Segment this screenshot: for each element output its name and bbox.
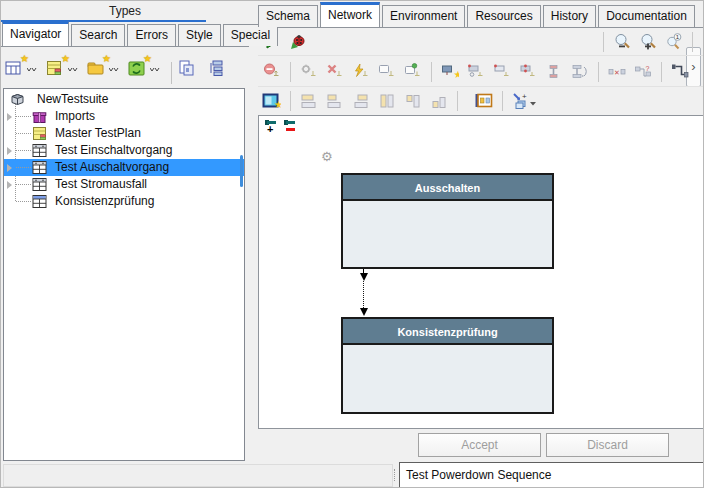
state-variant-b-button[interactable]	[492, 62, 511, 81]
box-green-dot-icon	[404, 63, 421, 80]
lightning-node-icon	[352, 63, 369, 80]
insert-settings-node-button[interactable]	[299, 62, 318, 81]
accept-button[interactable]: Accept	[418, 433, 541, 457]
add-point-icon[interactable]: +	[265, 119, 280, 135]
tab-network[interactable]: Network	[320, 2, 380, 27]
distribute-button[interactable]	[474, 92, 493, 111]
expander-icon[interactable]	[7, 147, 12, 155]
tree-row-master-testplan[interactable]: Master TestPlan	[4, 125, 244, 142]
tree-scrollbar-thumb[interactable]	[240, 155, 243, 187]
zoom-100-button[interactable]: 1	[664, 32, 683, 51]
state-title[interactable]: Ausschalten	[343, 175, 552, 201]
toolbar-separator	[603, 32, 604, 52]
insert-final-state-button[interactable]	[403, 62, 422, 81]
transition-direction-button[interactable]	[570, 62, 589, 81]
tab-errors[interactable]: Errors	[127, 24, 176, 46]
tree-row-konsistenzpruefung[interactable]: Konsistenzprüfung	[4, 193, 244, 210]
status-splitter[interactable]	[394, 469, 395, 481]
chevron-down-icon[interactable]	[150, 68, 160, 73]
chevron-down-icon[interactable]	[27, 68, 37, 73]
new-testlet-button[interactable]: ★	[5, 57, 37, 79]
tree-row-stromausfall[interactable]: Test Stromausfall	[4, 176, 244, 193]
new-environment-button[interactable]: ★	[128, 57, 160, 79]
tree-row-einschaltvorgang[interactable]: Test Einschaltvorgang	[4, 142, 244, 159]
align-top-button[interactable]	[377, 92, 396, 111]
new-testplan-button[interactable]: ★	[46, 57, 78, 79]
remove-connection-button[interactable]: ✕	[607, 62, 626, 81]
new-star-icon: ★	[143, 54, 152, 64]
insert-testlet-button[interactable]	[377, 62, 396, 81]
insert-transition-button[interactable]	[544, 62, 563, 81]
navigator-toolbar: ★ ★	[1, 46, 249, 88]
debug-test-button[interactable]	[288, 32, 307, 51]
tab-schema[interactable]: Schema	[258, 5, 318, 27]
network-canvas[interactable]: + ⚙ Ausschalten Konsistenzprüfung	[258, 115, 704, 429]
chevron-down-icon[interactable]	[109, 68, 119, 73]
testcase-name-field[interactable]: Test Powerdown Sequence	[399, 462, 704, 488]
align-right-icon	[352, 93, 370, 110]
tab-resources[interactable]: Resources	[467, 5, 540, 27]
state-node-icon	[493, 63, 510, 80]
tab-search[interactable]: Search	[71, 24, 125, 46]
unresolved-connection-button[interactable]: ?	[633, 62, 652, 81]
paste-special-button[interactable]: +	[511, 92, 537, 111]
testsuite-tree[interactable]: NewTestsuite Imports Master TestPlan	[3, 88, 245, 461]
toolbar-separator	[171, 62, 172, 84]
tab-environment[interactable]: Environment	[382, 5, 465, 27]
types-panel-title[interactable]: Types	[1, 1, 249, 21]
insert-junction-button[interactable]	[351, 62, 370, 81]
testlet-table-icon	[32, 160, 47, 175]
expander-icon[interactable]	[7, 181, 12, 189]
remove-point-icon[interactable]	[284, 119, 299, 135]
tree-label: NewTestsuite	[37, 92, 108, 107]
align-center-button[interactable]	[325, 92, 344, 111]
copy-structure-button[interactable]	[178, 57, 198, 79]
transition-icon	[545, 63, 562, 80]
parallel-pattern-button[interactable]: ★	[262, 92, 281, 111]
align-bottom-button[interactable]	[429, 92, 448, 111]
align-middle-button[interactable]	[403, 92, 422, 111]
zoom-in-button[interactable]	[638, 32, 657, 51]
tab-history[interactable]: History	[543, 5, 596, 27]
expander-icon[interactable]	[7, 113, 12, 121]
tree-label: Master TestPlan	[55, 126, 141, 141]
tree-label: Konsistenzprüfung	[55, 194, 154, 209]
state-variant-a-button[interactable]	[466, 62, 485, 81]
state-konsistenzpruefung[interactable]: Konsistenzprüfung	[341, 317, 554, 414]
state-variant-c-button[interactable]	[518, 62, 537, 81]
gear-node-icon	[300, 63, 317, 80]
tree-row-root[interactable]: NewTestsuite	[4, 91, 244, 108]
transition-dotted-line[interactable]	[363, 281, 364, 308]
align-right-button[interactable]	[351, 92, 370, 111]
tab-special[interactable]: Special	[223, 24, 278, 46]
testlet-table-icon	[32, 143, 47, 158]
align-left-button[interactable]	[299, 92, 318, 111]
tab-documentation[interactable]: Documentation	[598, 5, 695, 27]
transition-arrowhead	[360, 308, 368, 316]
tree-view-button[interactable]	[207, 57, 227, 79]
new-state-button[interactable]: ★	[440, 62, 459, 81]
zoom-out-button[interactable]	[612, 32, 631, 51]
network-edit-toolbar: ★	[258, 57, 704, 87]
new-folder-button[interactable]: ★	[87, 57, 119, 79]
application-window: Types Navigator Search Errors Style Spec…	[0, 0, 704, 488]
expander-icon[interactable]	[7, 164, 12, 172]
state-star-icon: ★	[441, 63, 459, 80]
layout-toolbar: ★	[258, 87, 704, 115]
status-bar-left	[3, 464, 393, 487]
delete-node-button[interactable]	[325, 62, 344, 81]
tree-row-auschaltvorgang-selected[interactable]: Test Auschaltvorgang	[4, 159, 244, 176]
toolbar-separator	[431, 62, 432, 82]
new-star-icon: ★	[102, 54, 111, 64]
chevron-down-icon[interactable]	[68, 68, 78, 73]
state-ausschalten[interactable]: Ausschalten	[341, 173, 554, 269]
elbow-connector-button[interactable]	[670, 62, 689, 81]
discard-button[interactable]: Discard	[546, 433, 669, 457]
remove-element-button[interactable]	[262, 62, 281, 81]
zoom-reset-icon: 1	[665, 33, 683, 51]
tree-row-imports[interactable]: Imports	[4, 108, 244, 125]
state-node-icon	[519, 63, 536, 80]
tab-navigator[interactable]: Navigator	[2, 21, 69, 46]
state-title[interactable]: Konsistenzprüfung	[343, 319, 552, 345]
tab-style[interactable]: Style	[178, 24, 221, 46]
